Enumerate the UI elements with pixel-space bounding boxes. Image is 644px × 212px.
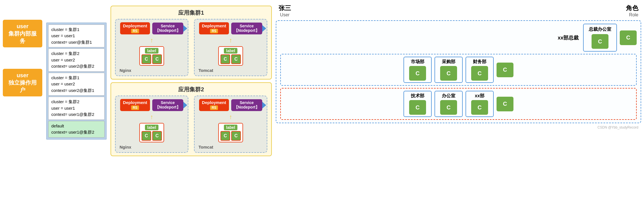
cluster2-tomcat-top-row: DeploymentRS Service【Nodeport】 [199, 99, 262, 111]
cluster2-nginx-pods-container: label C C [139, 123, 164, 142]
cluster2-box: 应用集群2 DeploymentRS Service【Nodeport】 [111, 82, 272, 156]
office-dept: 办公室 C [435, 91, 463, 117]
cluster2-nginx-pod-row: C C [142, 131, 162, 141]
label1-line1: user [17, 23, 28, 29]
middle-section: 应用集群1 DeploymentRS Service【Nodeport】 [111, 3, 272, 156]
xx-title: xx部 [469, 93, 490, 99]
user-sub: User [279, 12, 291, 17]
bottom-depts-row: 技术部 C 办公室 C xx部 C C [283, 91, 634, 117]
purchase-title: 采购部 [438, 59, 459, 65]
cluster1-tomcat-pod-c2: C [231, 54, 241, 64]
user-name: 张三 [279, 4, 291, 12]
cluster2-nginx-deployment: DeploymentRS [120, 99, 150, 111]
finance-title: 财务部 [469, 59, 490, 65]
user-cluster-label: user 集群内部服务 [3, 20, 42, 47]
role-info: 角色 Role [626, 4, 638, 17]
tech-dept: 技术部 C [403, 91, 432, 117]
cluster2-nginx-pod-c2: C [152, 131, 162, 141]
cluster2-inner: DeploymentRS Service【Nodeport】 ↑ label C [115, 96, 267, 153]
org-container: xx部总裁 总裁办公室 C C 市场部 C [276, 20, 641, 123]
cluster1-nginx-group: DeploymentRS Service【Nodeport】 ↑ label C [115, 19, 188, 76]
xx-box: C [471, 100, 488, 115]
president-office-title: 总裁办公室 [588, 26, 612, 32]
middle-depts-row: 市场部 C 采购部 C 财务部 C C [283, 57, 634, 83]
cluster1-nginx-service: Service【Nodeport】 [152, 23, 183, 34]
role-title: 角色 [626, 4, 638, 12]
config-item-default: defaultcontext= user1@集群2 [48, 121, 105, 138]
config-item-3: cluster = 集群2user = user1context= user1@… [48, 97, 105, 120]
role-sub: Role [626, 12, 638, 17]
watermark: CSDN @Ybb_studyRecord [276, 124, 641, 129]
user-info: 张三 User [279, 4, 291, 17]
purchase-box: C [440, 66, 457, 81]
cluster1-tomcat-pod-row: C C [220, 54, 241, 64]
tech-title: 技术部 [407, 93, 428, 99]
cluster1-nginx-pod-c1: C [142, 54, 151, 64]
role-col-mid: C [497, 63, 513, 77]
cluster1-tomcat-label: label [224, 48, 237, 54]
middle-depts-container: 市场部 C 采购部 C 财务部 C C [280, 54, 637, 86]
cluster1-title: 应用集群1 [115, 9, 267, 17]
office-title: 办公室 [438, 93, 459, 99]
cluster1-tomcat-pod-c1: C [220, 54, 230, 64]
role-c1: C [620, 30, 637, 45]
xx-president-depts: 总裁办公室 C C [583, 24, 637, 52]
left-column: user 集群内部服务 user 独立操作用户 [3, 3, 42, 156]
cluster2-nginx-service: Service【Nodeport】 [152, 99, 183, 111]
cluster1-tomcat-top-row: DeploymentRS Service【Nodeport】 [199, 22, 262, 34]
cluster1-nginx-pods-container: label C C [139, 46, 164, 66]
label2-line2: 独立操作用户 [8, 80, 37, 93]
right-header: 张三 User 角色 Role [276, 4, 641, 19]
cluster2-nginx-group: DeploymentRS Service【Nodeport】 ↑ label C [115, 96, 188, 153]
role-col-top: C [620, 30, 637, 45]
purchase-dept: 采购部 C [435, 57, 463, 83]
cluster1-tomcat-name: Tomcat [199, 68, 213, 73]
cluster1-nginx-name: Nginx [120, 68, 131, 73]
cluster2-tomcat-arrow: ↑ [229, 113, 232, 121]
role-c2: C [497, 63, 513, 77]
cluster1-nginx-label: label [145, 48, 158, 54]
cluster2-tomcat-deployment: DeploymentRS [199, 99, 229, 111]
config-column: cluster = 集群1user = user1context= user@集… [46, 3, 107, 156]
cluster2-nginx-arrow: ↑ [150, 113, 153, 121]
right-section: 张三 User 角色 Role xx部总裁 总裁办公室 C C [276, 3, 641, 156]
cluster2-nginx-top-row: DeploymentRS Service【Nodeport】 [120, 99, 183, 111]
config-panel: cluster = 集群1user = user1context= user@集… [46, 23, 107, 140]
finance-box: C [471, 66, 488, 81]
cluster1-tomcat-pods-container: label C C [218, 46, 243, 66]
label2-line1: user [17, 72, 28, 78]
role-col-bottom: C [497, 97, 513, 111]
config-item-0: cluster = 集群1user = user1context= user@集… [48, 25, 105, 48]
xx-president-title: xx部总裁 [558, 34, 579, 41]
finance-dept: 财务部 C [466, 57, 494, 83]
cluster1-nginx-deployment: DeploymentRS [120, 22, 150, 34]
cluster2-nginx-label: label [145, 125, 158, 130]
cluster2-tomcat-pod-row: C C [220, 131, 241, 141]
cluster2-tomcat-service: Service【Nodeport】 [231, 99, 262, 111]
market-box: C [409, 66, 426, 81]
main-wrapper: user 集群内部服务 user 独立操作用户 cluster = 集群1use… [3, 3, 641, 156]
xx-president-row: xx部总裁 总裁办公室 C C [280, 24, 637, 52]
config-item-2: cluster = 集群1user = user2context= user2@… [48, 73, 105, 96]
cluster2-tomcat-group: DeploymentRS Service【Nodeport】 ↑ label C [194, 96, 267, 153]
cluster1-box: 应用集群1 DeploymentRS Service【Nodeport】 [111, 6, 272, 80]
cluster2-nginx-pod-c1: C [142, 131, 151, 141]
president-office-box: C [592, 34, 608, 49]
cluster2-nginx-name: Nginx [120, 145, 131, 149]
cluster2-tomcat-pod-c2: C [231, 131, 241, 141]
cluster1-inner: DeploymentRS Service【Nodeport】 ↑ label C [115, 19, 267, 76]
cluster1-tomcat-service: Service【Nodeport】 [231, 23, 262, 34]
cluster1-nginx-pod-c2: C [152, 54, 162, 64]
cluster1-nginx-pod-row: C C [142, 54, 162, 64]
user-standalone-label: user 独立操作用户 [3, 69, 42, 96]
cluster1-tomcat-group: DeploymentRS Service【Nodeport】 ↑ label C [194, 19, 267, 76]
bottom-depts-container: 技术部 C 办公室 C xx部 C C [280, 88, 637, 120]
market-dept: 市场部 C [403, 57, 432, 83]
cluster2-tomcat-label: label [224, 125, 237, 130]
cluster2-tomcat-pods-container: label C C [218, 123, 243, 142]
cluster2-title: 应用集群2 [115, 86, 267, 93]
xx-dept: xx部 C [466, 91, 494, 117]
cluster1-nginx-top-row: DeploymentRS Service【Nodeport】 [120, 22, 183, 34]
president-office-dept: 总裁办公室 C [583, 24, 617, 52]
cluster1-nginx-arrow: ↑ [150, 37, 153, 44]
